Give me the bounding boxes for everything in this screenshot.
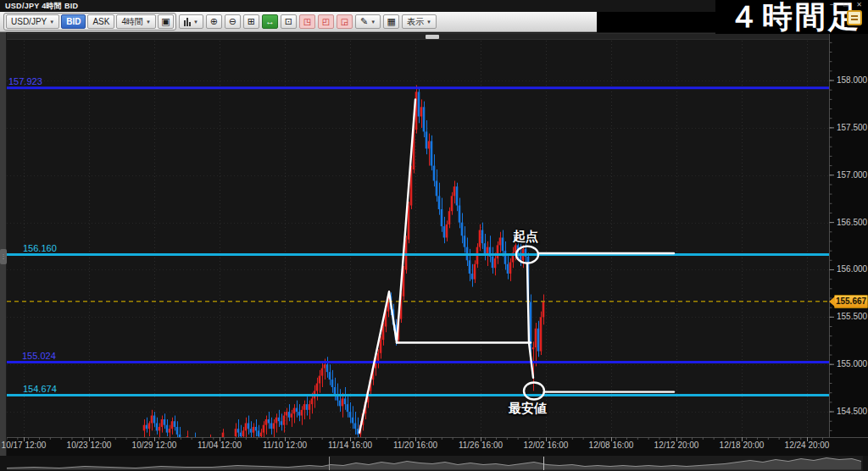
left-panel-splitter: ⋮	[0, 32, 7, 456]
zoom-in-button[interactable]: ⊕	[206, 14, 222, 29]
pencil-icon: ✎	[360, 17, 368, 26]
expand-width-icon: ⊞	[248, 17, 255, 26]
expand-width-button[interactable]: ⊞	[243, 14, 259, 29]
fit-range-button[interactable]: ↔	[262, 14, 278, 29]
bar-chart-icon	[184, 18, 191, 26]
current-price-tag: 155.667	[834, 295, 868, 308]
zoom-out-button[interactable]: ⊖	[225, 14, 241, 29]
maximize-icon[interactable]: □	[842, 1, 851, 8]
fit-range-icon: ↔	[265, 17, 275, 26]
shift-right-button[interactable]: ⊡	[281, 14, 297, 29]
shift-right-icon: ⊡	[285, 17, 292, 26]
window-title: USD/JPY 4時間 BID	[5, 1, 78, 12]
splitter-handle-icon[interactable]: ⋮	[0, 249, 7, 264]
compare-button[interactable]: ▣	[158, 14, 174, 29]
toolbar-panel: USD/JPY ▼ BID ASK 4時間 ▼ ▣ ▼ ⊕	[0, 12, 597, 32]
chevron-down-icon: ▼	[370, 19, 376, 25]
tile-window-button-2[interactable]: ◰	[318, 14, 334, 29]
chevron-down-icon: ▼	[426, 19, 431, 25]
tile-window-icon: ◲	[341, 18, 348, 26]
chart-type-button[interactable]: ▼	[179, 14, 203, 29]
bid-button[interactable]: BID	[61, 14, 86, 29]
ask-button[interactable]: ASK	[87, 14, 114, 29]
chevron-down-icon: ▼	[49, 19, 54, 25]
chevron-down-icon: ▼	[146, 19, 151, 25]
chevron-down-icon: ▼	[193, 19, 198, 25]
scrollbar-thumb[interactable]	[426, 35, 439, 39]
tile-window-icon: ◳	[303, 18, 311, 26]
trading-app-window: USD/JPY 4時間 BID ─ □ ✕ USD/JPY ▼ BID ASK …	[0, 0, 868, 471]
pair-select[interactable]: USD/JPY ▼	[6, 14, 59, 29]
layout-grid-button[interactable]: ▦	[383, 14, 399, 29]
compare-icon: ▣	[161, 17, 170, 26]
instrument-group: USD/JPY ▼ BID ASK 4時間 ▼ ▣	[3, 13, 176, 30]
window-controls: ─ □ ✕	[828, 1, 865, 8]
tile-window-button-1[interactable]: ◳	[299, 14, 315, 29]
layout-grid-icon: ▦	[387, 17, 395, 26]
chart-h-scrollbar[interactable]	[7, 33, 829, 40]
close-icon[interactable]: ✕	[854, 1, 865, 8]
candlestick-chart-canvas[interactable]	[0, 0, 868, 471]
interval-select[interactable]: 4時間 ▼	[116, 14, 156, 29]
zoom-in-icon: ⊕	[210, 17, 218, 26]
minimize-icon[interactable]: ─	[828, 1, 838, 8]
tile-window-icon: ◰	[322, 18, 330, 26]
tile-window-button-3[interactable]: ◲	[337, 14, 353, 29]
draw-tool-button[interactable]: ✎ ▼	[355, 14, 381, 29]
display-menu-button[interactable]: 表示 ▼	[402, 14, 437, 29]
chart-window-icon[interactable]	[847, 10, 862, 25]
zoom-out-icon: ⊖	[229, 17, 236, 26]
